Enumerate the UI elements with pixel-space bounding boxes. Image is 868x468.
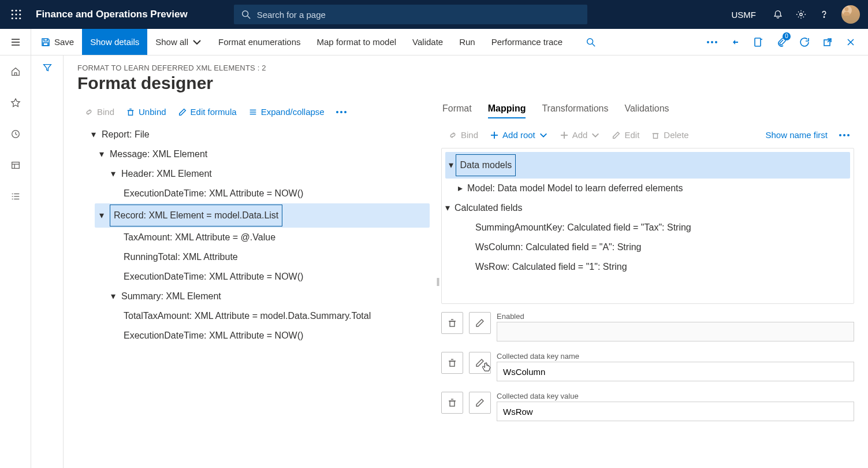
svg-point-11 — [800, 13, 803, 16]
prop-edit-icon[interactable] — [469, 392, 491, 414]
tab-format[interactable]: Format — [442, 103, 472, 118]
prop-delete-icon[interactable] — [441, 392, 463, 414]
more-icon[interactable] — [701, 29, 724, 55]
map-format-to-model-button[interactable]: Map format to model — [309, 29, 405, 55]
bind-button[interactable]: Bind — [80, 105, 119, 119]
svg-point-7 — [15, 17, 17, 19]
tree-item[interactable]: TaxAmount: XML Attribute = @.Value — [77, 228, 430, 247]
office-icon[interactable] — [747, 29, 770, 55]
svg-point-20 — [587, 38, 593, 44]
tree-item-selected[interactable]: ▾Record: XML Element = model.Data.List — [95, 203, 430, 228]
tab-transformations[interactable]: Transformations — [542, 103, 608, 118]
svg-rect-55 — [450, 401, 455, 406]
recent-icon[interactable] — [6, 125, 25, 143]
prop-input-keyvalue[interactable] — [497, 402, 854, 421]
trash-icon — [651, 131, 660, 140]
unbind-button[interactable]: Unbind — [121, 105, 171, 119]
tree-item[interactable]: ▾Calculated fields — [445, 198, 850, 218]
performance-trace-button[interactable]: Performance trace — [483, 29, 571, 55]
tree-item[interactable]: ▾Summary: XML Element — [77, 287, 430, 306]
prop-edit-icon[interactable] — [469, 352, 491, 374]
edit-formula-button[interactable]: Edit formula — [173, 105, 241, 119]
global-search[interactable]: Search for a page — [234, 5, 587, 24]
mapping-delete-button[interactable]: Delete — [646, 128, 693, 142]
tab-validations[interactable]: Validations — [624, 103, 669, 118]
connector-icon[interactable] — [724, 29, 747, 55]
save-icon — [40, 37, 51, 47]
popout-icon[interactable] — [816, 29, 839, 55]
svg-rect-19 — [43, 43, 48, 46]
show-name-first-link[interactable]: Show name first — [761, 128, 832, 142]
tree-item[interactable]: ▾Report: File — [77, 125, 430, 144]
help-icon[interactable] — [813, 3, 836, 26]
mapping-edit-button[interactable]: Edit — [607, 128, 644, 142]
validate-button[interactable]: Validate — [404, 29, 451, 55]
tree-item[interactable]: SummingAmountKey: Calculated field = "Ta… — [445, 218, 850, 237]
filter-icon[interactable] — [42, 62, 53, 468]
breadcrumb: FORMAT TO LEARN DEFERRED XML ELEMENTS : … — [77, 64, 854, 72]
svg-point-8 — [19, 17, 21, 19]
save-button[interactable]: Save — [32, 29, 82, 55]
workspaces-icon[interactable] — [6, 156, 25, 174]
tree-item[interactable]: ExecutionDateTime: XML Attribute = NOW() — [77, 267, 430, 287]
command-search-button[interactable] — [578, 29, 604, 55]
nav-rail — [0, 55, 31, 468]
user-avatar[interactable] — [841, 5, 860, 24]
splitter-handle[interactable]: ‖ — [435, 274, 440, 288]
mapping-bind-button[interactable]: Bind — [444, 128, 483, 142]
svg-point-1 — [15, 10, 17, 12]
property-row-keyvalue: Collected data key value — [441, 392, 854, 421]
prop-delete-icon[interactable] — [441, 312, 463, 334]
svg-point-9 — [242, 11, 248, 17]
svg-line-10 — [247, 16, 250, 19]
close-icon[interactable] — [839, 29, 862, 55]
cursor-hand-icon — [480, 362, 493, 374]
tree-item[interactable]: ExecutionDateTime: XML Attribute = NOW() — [77, 184, 430, 203]
tree-item[interactable]: TotalTaxAmount: XML Attribute = model.Da… — [77, 306, 430, 326]
svg-point-14 — [845, 7, 849, 11]
mapping-more-button[interactable] — [835, 132, 854, 139]
tree-item[interactable]: ▸Model: Data model Model to learn deferr… — [445, 179, 850, 198]
company-code[interactable]: USMF — [732, 10, 757, 20]
run-button[interactable]: Run — [451, 29, 483, 55]
tree-item[interactable]: RunningTotal: XML Attribute — [77, 247, 430, 267]
tree-item[interactable]: WsColumn: Calculated field = "A": String — [445, 237, 850, 257]
prop-delete-icon[interactable] — [441, 352, 463, 374]
add-button[interactable]: Add — [555, 128, 605, 142]
svg-rect-47 — [654, 133, 658, 138]
svg-line-21 — [593, 43, 595, 46]
tree-item[interactable]: ▾Message: XML Element — [77, 144, 430, 164]
home-icon[interactable] — [6, 62, 25, 81]
format-enumerations-button[interactable]: Format enumerations — [210, 29, 309, 55]
link-icon — [84, 107, 94, 117]
favorites-icon[interactable] — [6, 94, 25, 112]
tree-item-selected[interactable]: ▾ Data models — [445, 152, 850, 179]
command-bar: Save Show details Show all Format enumer… — [0, 29, 868, 55]
waffle-icon[interactable] — [8, 6, 24, 23]
filter-pane — [31, 55, 64, 468]
search-icon — [586, 37, 596, 47]
show-details-button[interactable]: Show details — [82, 29, 147, 55]
link-icon — [448, 131, 457, 140]
search-placeholder: Search for a page — [257, 10, 326, 20]
svg-point-4 — [15, 13, 17, 15]
show-all-button[interactable]: Show all — [147, 29, 210, 55]
tree-item[interactable]: ExecutionDateTime: XML Attribute = NOW() — [77, 326, 430, 346]
plus-icon — [560, 131, 569, 140]
refresh-icon[interactable] — [793, 29, 816, 55]
prop-edit-icon[interactable] — [469, 312, 491, 334]
app-title: Finance and Operations Preview — [36, 9, 188, 20]
hamburger-icon[interactable] — [0, 29, 31, 55]
tree-item[interactable]: ▾Header: XML Element — [77, 164, 430, 184]
more-actions-button[interactable] — [331, 109, 351, 116]
settings-icon[interactable] — [789, 3, 813, 26]
prop-input-enabled[interactable] — [497, 322, 854, 341]
modules-icon[interactable] — [6, 187, 25, 206]
notifications-icon[interactable] — [766, 3, 789, 26]
add-root-button[interactable]: Add root — [485, 128, 553, 142]
tab-mapping[interactable]: Mapping — [488, 103, 526, 118]
tree-item[interactable]: WsRow: Calculated field = "1": String — [445, 257, 850, 277]
prop-input-keyname[interactable] — [497, 362, 854, 381]
attachments-icon[interactable]: 0 — [770, 29, 793, 55]
expand-collapse-button[interactable]: Expand/collapse — [244, 105, 329, 119]
